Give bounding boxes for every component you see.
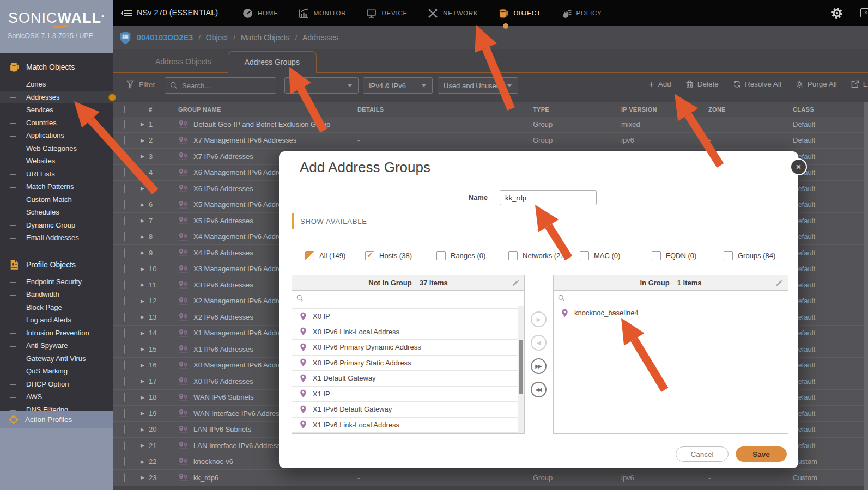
col-details[interactable]: DETAILS	[357, 106, 533, 113]
table-row[interactable]: ▶ 2 X7 Management IPv6 Addresses - Group…	[113, 133, 868, 149]
sidebar-item[interactable]: — Web Categories	[0, 142, 113, 155]
nav-item[interactable]: NETWORK	[428, 0, 478, 26]
gear-icon[interactable]	[831, 7, 843, 19]
sidebar-item[interactable]: — Services	[0, 103, 113, 117]
nav-item[interactable]: DEVICE	[366, 0, 408, 26]
sidebar-item[interactable]: — Addresses	[0, 91, 113, 104]
save-button[interactable]: Save	[736, 446, 787, 462]
pencil-icon[interactable]	[512, 279, 519, 287]
sidebar-item[interactable]: — Schedules	[0, 206, 113, 219]
sidebar-item[interactable]: — Zones	[0, 78, 113, 91]
filter-checkbox-item[interactable]: Networks (27)	[508, 251, 567, 260]
expand-row-icon[interactable]: ▶	[141, 121, 149, 127]
sidebar-item[interactable]: — AWS	[0, 390, 113, 403]
expand-row-icon[interactable]: ▶	[141, 218, 149, 223]
list-item[interactable]: X0 IPv6 Primary Static Address	[292, 356, 524, 371]
checkbox[interactable]	[652, 251, 661, 260]
sidebar-item[interactable]: — Endpoint Security	[0, 275, 113, 289]
expand-row-icon[interactable]: ▶	[141, 427, 149, 432]
checkbox[interactable]	[305, 251, 314, 260]
checkbox[interactable]	[508, 251, 518, 260]
list-item[interactable]: X0 IPv6 Primary Dynamic Address	[292, 340, 524, 356]
list-item[interactable]: X0 IP	[292, 309, 524, 324]
row-checkbox[interactable]	[124, 313, 125, 322]
row-checkbox[interactable]	[124, 393, 125, 402]
row-checkbox[interactable]	[124, 264, 125, 273]
in-group-search-input[interactable]	[569, 294, 764, 302]
purge-all-button[interactable]: Purge All	[796, 80, 837, 88]
sidebar-item[interactable]: — Gateway Anti Virus	[0, 352, 113, 365]
checkbox[interactable]	[580, 251, 589, 260]
filter-checkbox-item[interactable]: Ranges (0)	[436, 251, 485, 260]
col-zone[interactable]: ZONE	[708, 106, 793, 113]
nav-item[interactable]: OBJECT	[498, 0, 541, 26]
row-checkbox[interactable]	[124, 280, 125, 290]
expand-row-icon[interactable]: ▶	[141, 202, 149, 207]
checkbox[interactable]	[436, 251, 446, 260]
nav-item[interactable]: HOME	[242, 0, 278, 26]
expand-row-icon[interactable]: ▶	[141, 154, 149, 159]
list-item[interactable]: X1 IP	[292, 387, 524, 402]
expand-row-icon[interactable]: ▶	[141, 266, 149, 272]
table-row[interactable]: ▶ 1 Default Geo-IP and Botnet Exclusion …	[113, 117, 868, 133]
expand-row-icon[interactable]: ▶	[141, 459, 149, 464]
row-checkbox[interactable]	[124, 409, 125, 418]
expand-row-icon[interactable]: ▶	[141, 186, 149, 191]
row-checkbox[interactable]	[124, 360, 125, 370]
sidebar-item[interactable]: — Bandwidth	[0, 288, 113, 301]
sidebar-item[interactable]: — Anti Spyware	[0, 339, 113, 352]
group-name-input[interactable]	[500, 190, 597, 205]
nav-item[interactable]: POLICY	[561, 0, 602, 26]
not-in-group-search-input[interactable]	[307, 294, 501, 302]
cancel-button[interactable]: Cancel	[676, 446, 729, 462]
nav-item[interactable]: MONITOR	[299, 0, 347, 26]
col-group-name[interactable]: GROUP NAME	[178, 106, 357, 113]
breadcrumb-item[interactable]: Addresses	[302, 33, 338, 42]
breadcrumb-device-id[interactable]: 0040103DD2E3	[137, 33, 193, 42]
row-checkbox[interactable]	[124, 120, 125, 129]
table-row[interactable]: ▶ 23 kk_rdp6 - Group ipv6 - Custom	[113, 470, 868, 486]
sidebar-item[interactable]: — Log and Alerts	[0, 314, 113, 327]
row-checkbox[interactable]	[124, 473, 125, 482]
row-checkbox[interactable]	[124, 136, 125, 145]
expand-row-icon[interactable]: ▶	[141, 346, 149, 352]
collapse-sidebar-icon[interactable]	[120, 8, 132, 18]
tab[interactable]: Address Groups	[228, 51, 317, 73]
filter-checkbox-item[interactable]: Groups (84)	[724, 251, 775, 260]
sidebar-item[interactable]: — Dynamic Group	[0, 219, 113, 232]
filter-checkbox-item[interactable]: FQDN (0)	[652, 251, 696, 260]
search-input[interactable]	[182, 82, 269, 90]
tab[interactable]: Address Objects	[139, 51, 228, 72]
move-all-left-icon[interactable]: ◀◀	[531, 382, 547, 397]
expand-row-icon[interactable]: ▶	[141, 282, 149, 287]
col-type[interactable]: TYPE	[533, 106, 621, 113]
list-item[interactable]: X1 IPv6 Default Gateway	[292, 402, 524, 418]
sidebar-section-profile-objects[interactable]: Profile Objects	[0, 250, 113, 275]
move-all-right-icon[interactable]: ▶▶	[531, 358, 547, 374]
expand-row-icon[interactable]: ▶	[141, 411, 149, 416]
delete-button[interactable]: Delete	[685, 80, 719, 88]
expand-row-icon[interactable]: ▶	[141, 363, 149, 368]
row-checkbox[interactable]	[124, 328, 125, 338]
expand-row-icon[interactable]: ▶	[141, 443, 149, 448]
sidebar-item[interactable]: — DHCP Option	[0, 378, 113, 391]
row-checkbox[interactable]	[124, 425, 125, 434]
expand-row-icon[interactable]: ▶	[141, 298, 149, 304]
expand-row-icon[interactable]: ▶	[141, 250, 149, 255]
select-all-checkbox[interactable]	[124, 106, 125, 113]
checkbox[interactable]	[365, 251, 374, 260]
checkbox[interactable]	[724, 251, 733, 260]
resolve-all-button[interactable]: Resolve All	[733, 80, 781, 88]
sidebar-item[interactable]: — Block Page	[0, 301, 113, 314]
filter-checkbox-item[interactable]: MAC (0)	[580, 251, 620, 260]
expand-row-icon[interactable]: ▶	[141, 378, 149, 384]
filter-button[interactable]: Filter	[126, 80, 155, 89]
list-item[interactable]: knocknoc_baseline4	[554, 305, 788, 321]
row-checkbox[interactable]	[124, 457, 125, 466]
row-checkbox[interactable]	[124, 441, 125, 450]
row-checkbox[interactable]	[124, 216, 125, 225]
row-checkbox[interactable]	[124, 296, 125, 305]
expand-row-icon[interactable]: ▶	[141, 234, 149, 240]
expand-row-icon[interactable]: ▶	[141, 170, 149, 175]
ip-version-dropdown[interactable]: IPv4 & IPv6	[363, 77, 433, 94]
